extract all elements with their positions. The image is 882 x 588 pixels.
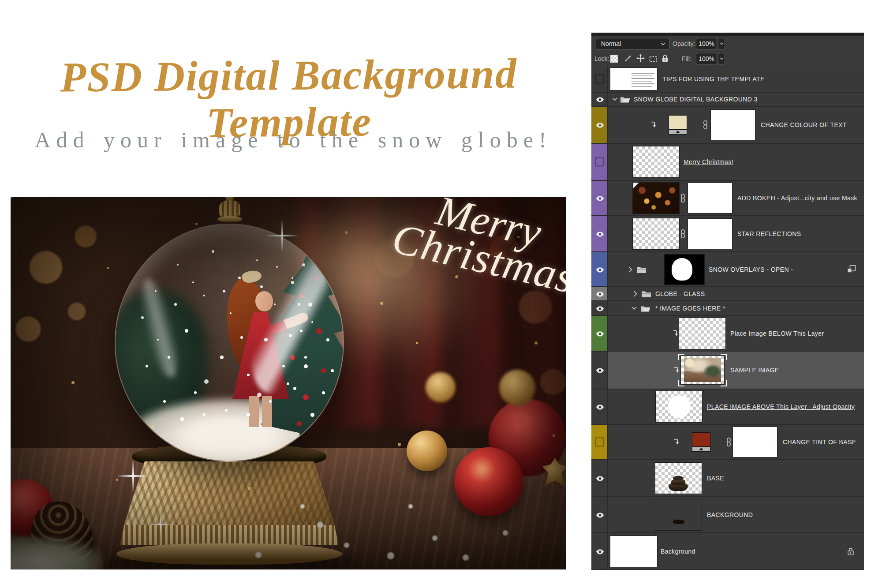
layer-name[interactable]: SNOW OVERLAYS - OPEN - <box>709 266 793 273</box>
clipping-mask-arrow-icon <box>673 439 680 446</box>
layer-row-sample-image-selected[interactable]: SAMPLE IMAGE <box>591 352 864 389</box>
layer-name[interactable]: SAMPLE IMAGE <box>730 367 779 374</box>
layer-thumbnail[interactable] <box>610 536 657 567</box>
layer-name[interactable]: BACKGROUND <box>707 511 753 518</box>
lock-label: Lock: <box>594 55 609 62</box>
eye-icon[interactable] <box>596 97 604 102</box>
layer-mask-thumbnail[interactable] <box>688 183 732 213</box>
mask-badge-icon <box>847 265 856 274</box>
layer-row-change-tint-base[interactable]: CHANGE TINT OF BASE <box>591 425 864 459</box>
page-subtitle: Add your image to the snow globe! <box>31 127 556 153</box>
link-icon <box>703 120 708 130</box>
chevron-down-icon <box>720 57 724 60</box>
layer-name[interactable]: PLACE IMAGE ABOVE This Layer - Adjust Op… <box>707 403 855 410</box>
layer-row-background-upper[interactable]: BACKGROUND <box>591 497 864 532</box>
layer-thumbnail[interactable] <box>655 463 702 494</box>
layer-thumbnail[interactable] <box>610 68 657 90</box>
visibility-checkbox-empty[interactable] <box>595 75 604 84</box>
layer-row-merry-christmas[interactable]: Merry Christmas! <box>591 144 864 180</box>
chevron-right-icon[interactable] <box>628 266 632 273</box>
chevron-down-icon <box>720 42 724 45</box>
layer-name[interactable]: CHANGE TINT OF BASE <box>783 438 856 446</box>
layer-name[interactable]: STAR REFLECTIONS <box>737 230 801 237</box>
folder-open-icon <box>640 304 650 312</box>
chevron-down-icon[interactable] <box>612 97 617 101</box>
eye-icon[interactable] <box>596 231 604 237</box>
layer-name[interactable]: TIPS FOR USING THE TEMPLATE <box>662 75 765 82</box>
layer-name[interactable]: GLOBE - GLASS <box>655 290 705 297</box>
visibility-checkbox-empty[interactable] <box>595 157 604 167</box>
blend-mode-value: Normal <box>601 40 621 47</box>
layer-name[interactable]: Place Image BELOW This Layer <box>730 330 824 337</box>
visibility-well[interactable] <box>591 66 608 92</box>
chevron-down-icon <box>661 42 665 45</box>
eye-icon[interactable] <box>596 291 604 297</box>
marketing-graphic: PSD Digital Background Template Add your… <box>0 0 882 588</box>
layer-name[interactable]: ADD BOKEH - Adjust...city and use Mask <box>737 195 857 202</box>
eye-icon[interactable] <box>596 548 604 554</box>
lock-all-icon[interactable] <box>662 55 668 62</box>
layer-row-base[interactable]: BASE <box>591 460 864 496</box>
chevron-right-icon[interactable] <box>633 291 637 297</box>
opacity-input[interactable]: 100% <box>696 38 717 49</box>
layer-row-tips[interactable]: TIPS FOR USING THE TEMPLATE <box>591 66 864 92</box>
layer-row-place-below[interactable]: Place Image BELOW This Layer <box>591 316 864 351</box>
layer-thumbnail[interactable] <box>633 183 679 213</box>
chevron-down-icon[interactable] <box>632 307 637 310</box>
link-icon <box>680 194 685 203</box>
artboard-lock-icon[interactable] <box>649 56 658 63</box>
layer-row-image-goes-here[interactable]: * IMAGE GOES HERE * <box>591 301 864 315</box>
layer-thumbnail[interactable] <box>655 499 702 530</box>
layer-name[interactable]: CHANGE COLOUR OF TEXT <box>761 121 847 128</box>
eye-icon[interactable] <box>596 330 604 336</box>
layer-row-star-reflections[interactable]: STAR REFLECTIONS <box>591 216 864 251</box>
clipping-mask-arrow-icon <box>650 122 657 128</box>
eye-icon[interactable] <box>596 404 604 410</box>
group-mask-thumbnail[interactable] <box>665 255 704 285</box>
fill-input[interactable]: 100% <box>696 53 717 64</box>
opacity-value: 100% <box>699 40 714 47</box>
layer-mask-thumbnail[interactable] <box>688 219 732 249</box>
visibility-checkbox-empty[interactable] <box>595 438 604 447</box>
layer-name[interactable]: * IMAGE GOES HERE * <box>655 305 725 312</box>
brush-lock-icon[interactable] <box>624 55 632 63</box>
eye-icon[interactable] <box>596 195 604 201</box>
blend-mode-select[interactable]: Normal <box>596 38 669 49</box>
layer-mask-thumbnail[interactable] <box>733 427 777 457</box>
opacity-dropdown-button[interactable] <box>718 38 725 49</box>
layer-thumbnail[interactable] <box>681 356 724 384</box>
folder-open-icon <box>620 96 630 103</box>
layer-name[interactable]: Background <box>661 548 695 555</box>
layer-row-snow-overlays[interactable]: SNOW OVERLAYS - OPEN - <box>591 252 864 286</box>
layer-mask-thumbnail[interactable] <box>711 110 755 140</box>
layer-row-place-above[interactable]: PLACE IMAGE ABOVE This Layer - Adjust Op… <box>591 390 864 424</box>
eye-icon[interactable] <box>596 475 604 481</box>
transparency-lock-icon[interactable] <box>611 56 617 62</box>
snow-globe-photo: Merry Christmas! <box>11 197 566 569</box>
layer-row-background-locked[interactable]: Background <box>591 533 864 569</box>
move-lock-icon[interactable] <box>636 54 645 63</box>
opacity-label: Opacity: <box>673 40 695 47</box>
layer-name[interactable]: Merry Christmas! <box>684 158 733 165</box>
layer-row-add-bokeh[interactable]: ADD BOKEH - Adjust...city and use Mask <box>591 181 864 215</box>
layer-thumbnail[interactable] <box>633 218 679 249</box>
eye-icon[interactable] <box>596 122 604 128</box>
clipping-mask-arrow-icon <box>673 330 679 337</box>
color-fill-thumbnail[interactable] <box>692 432 710 452</box>
eye-icon[interactable] <box>596 266 604 272</box>
layer-thumbnail[interactable] <box>679 318 725 349</box>
layer-name[interactable]: BASE <box>707 475 724 482</box>
layer-row-globe-glass[interactable]: GLOBE - GLASS <box>591 287 864 300</box>
lock-icon <box>848 547 854 555</box>
layer-thumbnail[interactable] <box>633 146 679 177</box>
color-fill-thumbnail[interactable] <box>669 115 687 135</box>
layer-thumbnail[interactable] <box>656 391 702 422</box>
layer-name[interactable]: SNOW GLOBE DIGITAL BACKGROUND 3 <box>634 96 758 103</box>
layer-row-group-snow-globe[interactable]: SNOW GLOBE DIGITAL BACKGROUND 3 <box>591 93 864 106</box>
eye-icon[interactable] <box>596 305 604 311</box>
layer-row-change-colour-text[interactable]: CHANGE COLOUR OF TEXT <box>591 107 864 143</box>
fill-dropdown-button[interactable] <box>718 53 725 64</box>
eye-icon[interactable] <box>596 512 604 517</box>
eye-icon[interactable] <box>596 367 604 373</box>
fill-label: Fill: <box>682 55 691 62</box>
